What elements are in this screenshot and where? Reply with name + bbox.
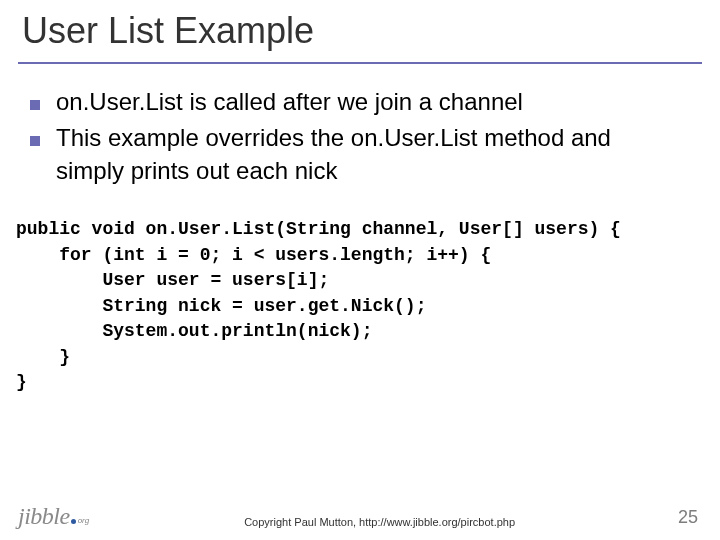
logo-tld: org [78,517,90,525]
title-rule [18,62,702,64]
code-line: } [16,372,27,392]
copyright-text: Copyright Paul Mutton, http://www.jibble… [89,516,670,528]
bullet-item: on.User.List is called after we join a c… [30,86,720,118]
code-line: } [16,347,70,367]
jibble-logo: jibbleorg [18,504,89,528]
bullet-text: This example overrides the on.User.List … [56,122,666,187]
code-line: User user = users[i]; [16,270,329,290]
code-block: public void on.User.List(String channel,… [16,217,720,396]
bullet-text: on.User.List is called after we join a c… [56,86,523,118]
logo-dot-icon [71,519,76,524]
slide: User List Example on.User.List is called… [0,0,720,540]
bullet-list: on.User.List is called after we join a c… [30,86,720,187]
bullet-square-icon [30,136,40,146]
code-line: System.out.println(nick); [16,321,372,341]
logo-text: jibble [18,504,70,528]
page-number: 25 [670,507,698,528]
code-line: public void on.User.List(String channel,… [16,219,621,239]
code-line: for (int i = 0; i < users.length; i++) { [16,245,491,265]
bullet-square-icon [30,100,40,110]
footer: jibbleorg Copyright Paul Mutton, http://… [0,504,720,528]
code-line: String nick = user.get.Nick(); [16,296,426,316]
bullet-item: This example overrides the on.User.List … [30,122,720,187]
slide-title: User List Example [0,0,720,58]
